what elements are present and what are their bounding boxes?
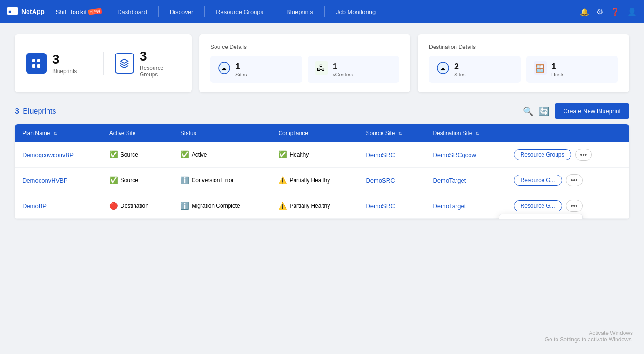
brand-logo: ■ NetApp bbox=[7, 7, 45, 17]
table-header: Plan Name ⇅ Active Site Status Complianc… bbox=[15, 124, 629, 142]
nav-dashboard[interactable]: Dashboard bbox=[110, 8, 154, 15]
blueprints-num: 3 bbox=[15, 107, 19, 115]
resource-groups-button[interactable]: Resource G... bbox=[514, 200, 562, 211]
toolkit-label: Shift Toolkit bbox=[56, 8, 87, 15]
help-icon[interactable]: ❓ bbox=[610, 7, 620, 16]
blueprint-resource-card: 3 Blueprints 3 Resource Groups bbox=[15, 34, 192, 92]
active-site-badge: 🔴 Destination bbox=[109, 202, 148, 210]
header-actions: 🔍 🔄 Create New Blueprint bbox=[523, 103, 629, 119]
dest-sites-icon: ☁ bbox=[436, 61, 449, 77]
svg-text:☁: ☁ bbox=[440, 65, 445, 72]
table-body: DemoqcowconvBP ✅ Source ✅ Active ✅ Healt… bbox=[15, 142, 629, 219]
dest-site-link[interactable]: DemoTarget bbox=[433, 177, 466, 184]
nav-discover[interactable]: Discover bbox=[162, 8, 201, 15]
svg-text:■: ■ bbox=[8, 9, 11, 14]
cell-plan-name: DemoconvHVBP bbox=[15, 168, 102, 193]
cell-dest-site: DemoSRCqcow bbox=[425, 142, 506, 168]
source-vcenters-item: 🖧 1 vCenters bbox=[308, 56, 399, 83]
navbar: ■ NetApp Shift Toolkit NEW Dashboard Dis… bbox=[0, 0, 644, 23]
resource-groups-stat-text: 3 Resource Groups bbox=[140, 49, 181, 78]
bell-icon[interactable]: 🔔 bbox=[580, 7, 589, 16]
plan-name-link[interactable]: DemoBP bbox=[22, 203, 47, 210]
table-row: DemoconvHVBP ✅ Source ℹ️ Conversion Erro… bbox=[15, 168, 629, 193]
resource-groups-stat: 3 Resource Groups bbox=[115, 49, 181, 78]
source-sites-item: ☁ 1 Sites bbox=[210, 56, 302, 83]
netapp-icon: ■ bbox=[7, 7, 18, 17]
refresh-icon[interactable]: 🔄 bbox=[539, 106, 549, 116]
col-status: Status bbox=[173, 124, 271, 142]
compliance-check-icon: ✅ bbox=[278, 150, 287, 159]
dest-details-card: Destination Details ☁ 2 Sites 🪟 bbox=[418, 34, 629, 92]
dest-sites-text: 2 Sites bbox=[454, 62, 465, 77]
table-row: DemoqcowconvBP ✅ Source ✅ Active ✅ Healt… bbox=[15, 142, 629, 168]
dest-site-link[interactable]: DemoTarget bbox=[433, 203, 466, 210]
source-site-link[interactable]: DemoSRC bbox=[366, 203, 395, 210]
create-blueprint-button[interactable]: Create New Blueprint bbox=[555, 103, 629, 119]
col-source-site: Source Site ⇅ bbox=[358, 124, 425, 142]
dropdown-menu: Blueprint DetailsEdit BlueprintConvertRu… bbox=[499, 214, 583, 219]
cell-actions: Resource G... ••• bbox=[506, 168, 630, 193]
gear-icon[interactable]: ⚙ bbox=[597, 7, 603, 16]
dest-hosts-label: Hosts bbox=[551, 72, 564, 77]
source-sites-icon: ☁ bbox=[218, 61, 231, 77]
svg-text:☁: ☁ bbox=[221, 65, 227, 72]
stats-row: 3 Blueprints 3 Resource Groups Source De bbox=[15, 34, 629, 92]
nav-resource-groups[interactable]: Resource Groups bbox=[208, 8, 271, 15]
cell-active-site: ✅ Source bbox=[102, 142, 173, 168]
source-vcenters-count: 1 bbox=[333, 62, 353, 72]
nav-divider-4 bbox=[275, 6, 275, 17]
status-badge: ℹ️ Conversion Error bbox=[181, 176, 234, 184]
cell-status: ℹ️ Conversion Error bbox=[173, 168, 271, 193]
source-header: Source Details bbox=[210, 44, 399, 50]
source-site-link[interactable]: DemoSRC bbox=[366, 177, 395, 184]
source-items: ☁ 1 Sites 🖧 1 vCenters bbox=[210, 56, 399, 83]
row-actions: Resource Groups ••• bbox=[514, 149, 622, 161]
row-actions: Resource G... ••• Blueprint DetailsEdit … bbox=[514, 200, 622, 212]
nav-job-monitoring[interactable]: Job Monitoring bbox=[329, 8, 383, 15]
more-button[interactable]: ••• bbox=[566, 200, 583, 212]
section-header: 3 Blueprints 🔍 🔄 Create New Blueprint bbox=[15, 103, 629, 119]
user-icon[interactable]: 👤 bbox=[627, 7, 637, 16]
source-site-link[interactable]: DemoSRC bbox=[366, 151, 395, 158]
watermark-line2: Go to Settings to activate Windows. bbox=[545, 336, 633, 343]
svg-text:🪟: 🪟 bbox=[535, 64, 545, 74]
more-actions-container: ••• Blueprint DetailsEdit BlueprintConve… bbox=[566, 200, 583, 212]
svg-rect-4 bbox=[32, 64, 35, 68]
blueprints-table-label: Blueprints bbox=[23, 107, 56, 115]
dest-sites-label: Sites bbox=[454, 72, 465, 77]
resource-groups-icon bbox=[115, 53, 134, 74]
resource-groups-button[interactable]: Resource G... bbox=[514, 175, 562, 186]
nav-blueprints[interactable]: Blueprints bbox=[279, 8, 321, 15]
compliance-badge: ⚠️ Partially Healthy bbox=[278, 176, 330, 184]
more-button[interactable]: ••• bbox=[566, 174, 583, 186]
col-dest-site: Destination Site ⇅ bbox=[425, 124, 506, 142]
blueprints-heading: 3 Blueprints bbox=[15, 107, 56, 116]
resource-groups-button[interactable]: Resource Groups bbox=[514, 149, 571, 160]
blueprints-icon bbox=[26, 53, 47, 74]
cell-actions: Resource Groups ••• bbox=[506, 142, 630, 168]
nav-divider-1 bbox=[106, 6, 106, 17]
source-sites-count: 1 bbox=[235, 62, 247, 72]
nav-divider-3 bbox=[204, 6, 205, 17]
dest-header: Destination Details bbox=[429, 44, 618, 50]
plan-name-link[interactable]: DemoconvHVBP bbox=[22, 177, 68, 184]
col-compliance: Compliance bbox=[271, 124, 358, 142]
cell-source-site: DemoSRC bbox=[358, 168, 425, 193]
source-vcenters-icon: 🖧 bbox=[315, 61, 328, 77]
source-vcenters-label: vCenters bbox=[333, 72, 353, 77]
more-button[interactable]: ••• bbox=[575, 149, 592, 161]
dest-site-link[interactable]: DemoSRCqcow bbox=[433, 151, 476, 158]
resource-groups-count: 3 bbox=[140, 49, 181, 64]
blueprints-table: Plan Name ⇅ Active Site Status Complianc… bbox=[15, 124, 629, 219]
cell-active-site: ✅ Source bbox=[102, 168, 173, 193]
plan-name-link[interactable]: DemoqcowconvBP bbox=[22, 151, 74, 158]
dest-hosts-count: 1 bbox=[551, 62, 564, 72]
dest-hosts-icon: 🪟 bbox=[534, 61, 547, 77]
svg-rect-3 bbox=[37, 59, 40, 62]
search-icon[interactable]: 🔍 bbox=[523, 106, 533, 116]
cell-dest-site: DemoTarget bbox=[425, 193, 506, 219]
col-plan-name: Plan Name ⇅ bbox=[15, 124, 102, 142]
dropdown-item[interactable]: Blueprint Details bbox=[499, 214, 582, 219]
stat-divider bbox=[103, 52, 104, 75]
nav-right: 🔔 ⚙ ❓ 👤 bbox=[580, 7, 637, 16]
